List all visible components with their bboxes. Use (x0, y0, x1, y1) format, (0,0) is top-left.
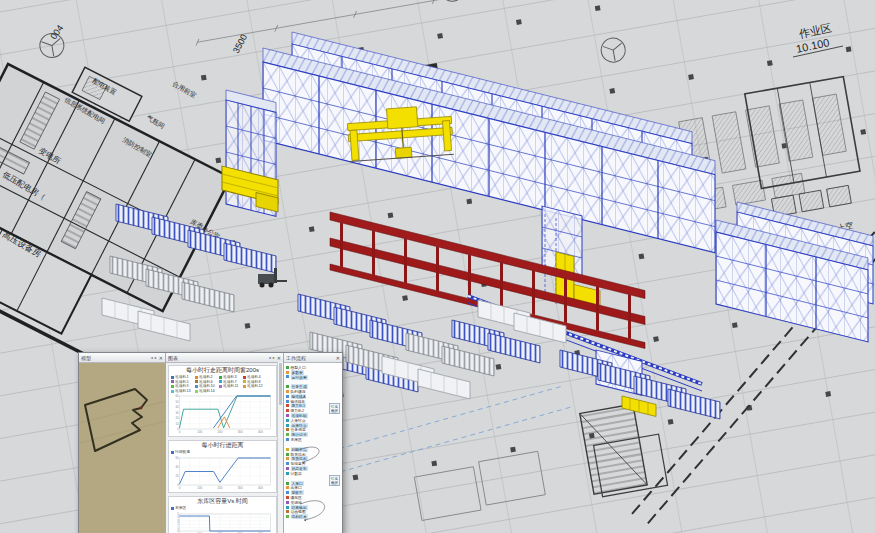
svg-text:60: 60 (176, 394, 180, 398)
svg-text:100: 100 (197, 430, 202, 434)
svg-text:300: 300 (238, 486, 243, 490)
workflow-pane-header: 工作流程 ✕ (284, 353, 342, 363)
workflow-status-chip: 行走载货 (329, 475, 340, 486)
chart-card-east-capacity: 东库区容量Vs 时间 东库区 0100200300400012345 (168, 496, 277, 533)
chart-title: 每小时行走距离时间窗200s (171, 367, 274, 374)
svg-text:4: 4 (177, 515, 179, 519)
charts-pane: 图表 ◂ ▸ ✕ 每小时行走距离时间窗200s 堆垛机1堆垛机2堆垛机3堆垛机4… (166, 353, 284, 533)
map-drawing (79, 363, 165, 533)
svg-text:60: 60 (176, 456, 180, 460)
map-pane: 模型 ◂ ▸ ✕ (79, 353, 166, 533)
map-viewport[interactable] (79, 363, 165, 533)
workflow-node[interactable]: 东库区 (286, 437, 341, 442)
legend-entry: 堆垛机14 (195, 389, 219, 394)
nav-next-icon[interactable]: ▸ (155, 355, 157, 360)
workflow-pane-title: 工作流程 (286, 355, 306, 361)
scrollbar-thumb[interactable] (279, 363, 282, 405)
svg-text:200: 200 (217, 486, 222, 490)
close-icon[interactable]: ✕ (277, 355, 281, 361)
legend-entry: 东库区 (171, 506, 186, 511)
close-icon[interactable]: ✕ (336, 355, 340, 361)
close-icon[interactable]: ✕ (159, 355, 163, 361)
chart-legend: 东库区 (171, 506, 274, 511)
svg-text:20: 20 (176, 474, 180, 478)
legend-entry: 堆垛机12 (243, 384, 267, 389)
charts-pane-header: 图表 ◂ ▸ ✕ (166, 353, 283, 363)
application-screen: 004 3500 作业区 10.100 变电所 低压配电房（ 高压设备房 配电装… (0, 0, 875, 533)
chart-card-travel-distance: 每小时行进距离 行进距离 01002003004000204060 (168, 440, 277, 493)
simulation-window[interactable]: 模型 ◂ ▸ ✕ 图表 ◂ ▸ ✕ 每小时行走距离 (78, 352, 343, 533)
nav-next-icon[interactable]: ▸ (273, 355, 275, 360)
charts-pane-title: 图表 (168, 355, 178, 361)
legend-entry: 行进距离 (171, 450, 190, 455)
svg-text:10: 10 (176, 422, 180, 426)
workflow-node[interactable]: 运行设置 (286, 375, 341, 380)
svg-text:400: 400 (258, 430, 263, 434)
svg-text:0: 0 (179, 430, 181, 434)
chart-legend: 堆垛机1堆垛机2堆垛机3堆垛机4堆垛机5堆垛机6堆垛机7堆垛机8堆垛机9堆垛机1… (171, 375, 274, 393)
chart-title: 每小时行进距离 (171, 442, 274, 449)
svg-text:300: 300 (238, 430, 243, 434)
agv-path (85, 389, 147, 451)
svg-text:0: 0 (179, 486, 181, 490)
map-pane-title: 模型 (81, 355, 91, 361)
svg-text:40: 40 (176, 465, 180, 469)
nav-prev-icon[interactable]: ◂ (151, 355, 153, 360)
svg-text:50: 50 (176, 400, 180, 404)
chart-title: 东库区容量Vs 时间 (171, 498, 274, 505)
workflow-node[interactable]: 流程结束 (286, 514, 341, 519)
chart-card-walk-distance: 每小时行走距离时间窗200s 堆垛机1堆垛机2堆垛机3堆垛机4堆垛机5堆垛机6堆… (168, 365, 277, 437)
charts-scroll-area[interactable]: 每小时行走距离时间窗200s 堆垛机1堆垛机2堆垛机3堆垛机4堆垛机5堆垛机6堆… (166, 363, 283, 533)
svg-text:40: 40 (176, 405, 180, 409)
svg-text:400: 400 (258, 486, 263, 490)
svg-text:20: 20 (176, 416, 180, 420)
workflow-pane: 工作流程 ✕ 模型入口参数表运行设置任务生成队列缓存输送线A输送线B提升机1提升… (284, 353, 342, 533)
svg-text:100: 100 (197, 486, 202, 490)
chart-plot: 01002003004000204060 (171, 456, 274, 490)
chart-legend: 行进距离 (171, 450, 274, 455)
workflow-status-chip: 行走载货 (329, 403, 340, 414)
legend-entry: 堆垛机11 (219, 384, 243, 389)
workflow-canvas[interactable]: 模型入口参数表运行设置任务生成队列缓存输送线A输送线B提升机1提升机2堆垛机组入… (284, 363, 342, 533)
map-pane-header: 模型 ◂ ▸ ✕ (79, 353, 165, 363)
legend-entry: 堆垛机13 (171, 389, 195, 394)
svg-text:30: 30 (176, 411, 180, 415)
svg-text:5: 5 (177, 512, 179, 516)
nav-prev-icon[interactable]: ◂ (269, 355, 271, 360)
chart-plot: 0100200300400012345 (171, 512, 274, 533)
svg-text:200: 200 (217, 430, 222, 434)
vehicle-dot (140, 407, 143, 410)
chart-plot: 01002003004000102030405060 (171, 394, 274, 434)
workflow-tree: 模型入口参数表运行设置任务生成队列缓存输送线A输送线B提升机1提升机2堆垛机组入… (286, 365, 341, 524)
vertical-scrollbar[interactable] (277, 362, 283, 533)
